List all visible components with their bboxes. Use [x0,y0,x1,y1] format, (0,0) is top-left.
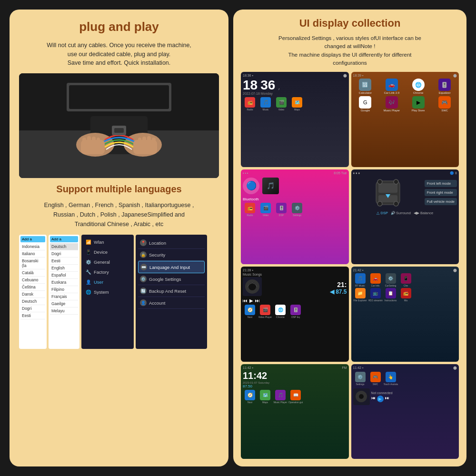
carinfo-label: Car Info [371,284,380,287]
google-icon: ⚙️ [140,276,147,282]
nav-label: Factory [94,269,109,275]
sc4-front-left: Front left mode [425,180,457,187]
sc8-album-art [353,388,370,405]
sc5-album-icon [243,277,262,296]
sc3-app-radio: 📻 Radio [243,203,257,217]
google-label: Google [361,109,370,112]
sc6-time-bar: 21:42 ▪ ⬤ [353,268,457,272]
screenshot-2: 18:39 ▪ ⬤ 🔢 Calculator 🚗 Car Link 2.0 🌐 … [351,72,459,167]
nav-label: Wlan [94,239,104,245]
sc4-signal: ♦ ♦ ♦ [353,171,360,175]
sc5-next[interactable]: ⏭ [255,298,260,303]
swc-icon: 🎮 [370,372,381,382]
sc5-radio: 21: ◀ 87.5 [264,273,347,303]
maps-icon: 🗺️ [260,390,270,400]
svg-point-23 [377,201,382,206]
navi-icon: 🧭 [245,390,255,400]
detail-security[interactable]: 🔒 Security [138,249,205,261]
nav-label: General [94,259,110,265]
sc3-timestamp: ▪ ▪ ▪ [243,171,248,175]
svg-point-25 [377,179,382,184]
swc-label: SWC [373,383,378,386]
nav-item-system[interactable]: 🌐 System [84,287,131,297]
nav-label: System [94,289,109,295]
settings-label: Settings [356,383,364,386]
detail-language-input[interactable]: ⌨️ Lanquage And Input [138,261,205,273]
nav-item-general[interactable]: ⚙️ General [84,257,131,267]
sc6-instructions: 📋 Instructions [384,288,398,302]
sc1-bottom-apps: 📻 Radio 🎵 Music 🎬 Video 🗺️ Maps [243,97,347,111]
nav-item-wlan[interactable]: 📶 Wlan [84,237,131,247]
sc8-prev[interactable]: ⏮ [371,396,376,402]
svg-rect-17 [147,136,151,147]
detail-google[interactable]: ⚙️ Google Settings [138,273,205,285]
chrome-icon: 🌐 [275,305,286,315]
sc8-signal: ⬤ [453,366,457,370]
instructions-icon: 📋 [386,288,396,298]
svg-rect-9 [114,128,124,133]
support-title: Support multiple languages [19,184,219,195]
sc6-app4: 📱 Che [399,273,413,287]
svg-rect-4 [69,85,169,109]
settings-mockup: Add a Indonesia Italiano Bosanski (la Ca… [19,235,219,349]
sc5-play[interactable]: ▶ [249,298,253,303]
detail-account[interactable]: 👤 Account [138,297,205,309]
lang-item: Deutsch [50,243,78,250]
nav-item-user[interactable]: 👤 User [84,277,131,287]
detail-label: Account [149,300,165,306]
swc-icon: 🎮 [438,96,451,109]
sc4-bt: 🔵 8 [450,171,457,175]
sc8-next[interactable]: ⏭ [385,396,389,402]
sc7-freq: 87.50 [243,384,347,388]
lang-item: Indonesia [20,243,45,250]
nav-item-factory[interactable]: 🔧 Factory [84,267,131,277]
sc7-signal: FM [342,366,347,369]
sc2-signal: ⬤ [453,74,457,78]
lang-item: Gaeilge [50,300,78,307]
fileexplorer-label: File Explorer [353,299,367,302]
app4-label: Che [404,284,408,287]
sc8-apps: ⚙️ Settings 🎮 SWC 👆 Touch Assistant [353,372,457,386]
video-icon: 🎬 [276,97,287,108]
touchassistant-label: Touch Assistant [384,383,398,386]
lang-item: Eesti [20,312,45,319]
sc4-full-vehicle: Full vehicle mode [425,198,457,205]
system-icon: 🌐 [86,289,91,295]
chrome-label: Chrome [276,316,285,318]
sc2-timestamp: 18:39 ▪ [353,74,364,78]
video-label: Video [278,108,285,111]
sc4-surround-label: 🔊 Surround [391,211,411,215]
sc2-chrome: 🌐 Chrome [406,79,431,94]
musicplayer-label: Music Player [384,109,400,112]
detail-backup[interactable]: 🔄 Backup And Reset [138,285,205,297]
btmusic-icon: 🎵 [355,273,366,284]
sc6-timestamp: 21:42 ▪ [353,268,364,272]
sc5-prev[interactable]: ⏮ [243,298,248,303]
lang-list-1-header: Add a [20,236,45,242]
screenshot-7: 11:42 ▪ FM 11:42 2023-01-07 Saturday 87.… [241,364,349,459]
maps-icon: 🗺️ [292,97,302,108]
svg-point-26 [394,179,398,184]
instructions-label: Instructions [385,299,397,302]
sc5-time-display: 21: [337,281,347,288]
dsp-icon: 🎚️ [276,203,287,213]
settings-label: Settings [293,214,301,217]
nav-item-device[interactable]: 📱 Device [84,247,131,257]
sc5-music-label: Music Songs [243,273,262,276]
sc1-note-icon: ♪ [278,87,280,90]
sc2-calculator: 🔢 Calculator [353,79,378,94]
sc5-freq: ◀ 87.5 [330,288,347,295]
sc1-app-maps: 🗺️ Maps [290,97,304,111]
sc6-btmusic: 🎵 BT Music [353,273,367,287]
video-label: Video [263,214,269,217]
lang-item: English [50,265,78,272]
lang-item: Français [50,293,78,300]
sc4-content: Front left mode Front right mode Full ve… [353,176,457,209]
svg-point-33 [359,394,364,399]
sc8-play[interactable]: ▶ [377,396,384,402]
settings-icon: ⚙️ [355,372,366,382]
sc7-time-bar: 11:42 ▪ FM [243,366,347,369]
detail-location[interactable]: 📍 Location [138,237,205,249]
swc-label: SWC [441,109,448,112]
lang-item: Deutsch [20,298,45,305]
